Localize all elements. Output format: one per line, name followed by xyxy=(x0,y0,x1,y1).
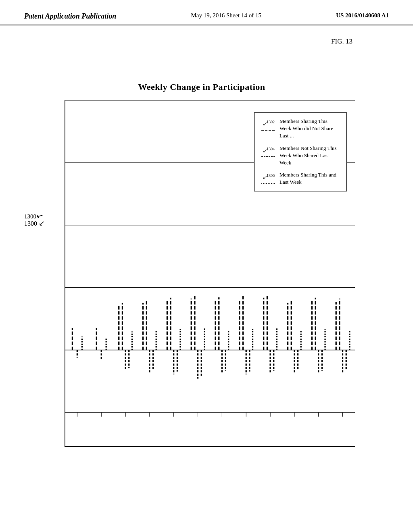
diagram-ref: 1300↙ xyxy=(24,211,43,220)
chart-plot-area: -50 0 50 100 150 7/16/2012 7/23/2012 7/3… xyxy=(65,100,355,447)
chart-legend: ↙1302 Members Sharing This Week Who did … xyxy=(254,112,347,191)
legend-text-2: Members Not Sharing This Week Who Shared… xyxy=(280,145,340,167)
figure-label: FIG. 13 xyxy=(331,37,353,46)
chart-title: Weekly Change in Participation xyxy=(48,82,355,92)
legend-item-1: ↙1302 Members Sharing This Week Who did … xyxy=(261,118,340,140)
header-publication-label: Patent Application Publication xyxy=(24,12,116,21)
legend-item-2: ↙1304 Members Not Sharing This Week Who … xyxy=(261,145,340,167)
legend-line-2: ↙1304 xyxy=(261,145,276,159)
legend-text-3: Members Sharing This and Last Week xyxy=(280,171,340,186)
page-header: Patent Application Publication May 19, 2… xyxy=(0,0,413,25)
chart-area: -50 0 50 100 150 7/16/2012 7/23/2012 7/3… xyxy=(48,100,355,447)
header-sheet-info: May 19, 2016 Sheet 14 of 15 xyxy=(191,12,261,19)
legend-line-3: ↙1306 xyxy=(261,171,276,186)
header-patent-number: US 2016/0140608 A1 xyxy=(336,12,389,19)
legend-item-3: ↙1306 Members Sharing This and Last Week xyxy=(261,171,340,186)
legend-text-1: Members Sharing This Week Who did Not Sh… xyxy=(280,118,340,140)
legend-line-1: ↙1302 xyxy=(261,118,276,132)
y-axis xyxy=(48,100,65,447)
chart-container: Weekly Change in Participation xyxy=(48,82,355,465)
main-content: 1300 ↙ Weekly Change in Participation xyxy=(0,25,413,58)
